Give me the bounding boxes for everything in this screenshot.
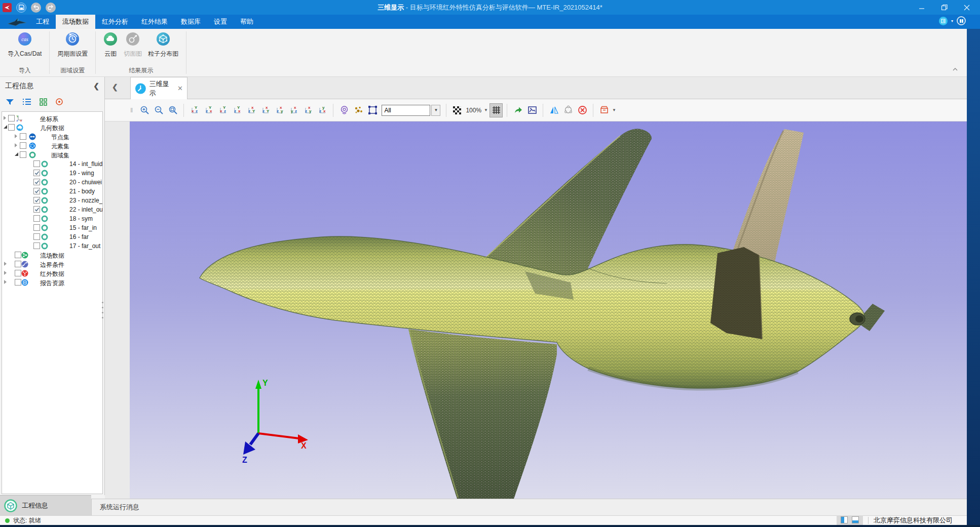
tree-row[interactable]: 22 - inlet_out xyxy=(2,205,102,214)
transparency-icon[interactable] xyxy=(450,103,464,117)
help-panel-button[interactable] xyxy=(957,16,966,25)
ribbon-button-粒子分布图[interactable]: 粒子分布图 xyxy=(145,31,181,59)
view-iso-3-button[interactable]: zyx xyxy=(301,103,315,117)
tree-row[interactable]: 面域集 xyxy=(2,150,102,159)
tree-row[interactable]: 节点集 xyxy=(2,132,102,141)
layout-left-panel-icon[interactable] xyxy=(841,516,848,525)
tree-item-label[interactable]: 报告资源 xyxy=(40,279,64,288)
zoom-fit-button[interactable] xyxy=(166,103,179,117)
tree-checkbox[interactable] xyxy=(33,233,40,240)
transparency-level-label[interactable]: 100% xyxy=(466,107,481,114)
tree-row[interactable]: 报告资源 xyxy=(2,278,102,287)
tree-item-label[interactable]: 几何数据 xyxy=(40,124,64,133)
particles-display-button[interactable] xyxy=(352,103,365,117)
tree-filter-icon[interactable] xyxy=(6,98,14,108)
tree-item-label[interactable]: 面域集 xyxy=(51,151,69,160)
undo-button[interactable] xyxy=(31,3,41,13)
tree-item-label[interactable]: 流场数据 xyxy=(40,252,64,260)
menu-item-工程[interactable]: 工程 xyxy=(29,15,56,29)
tree-row[interactable]: 18 - sym xyxy=(2,214,102,223)
tree-row[interactable]: 元素集 xyxy=(2,141,102,150)
transparency-caret-icon[interactable]: ▼ xyxy=(484,108,488,112)
tree-row[interactable]: 15 - far_in xyxy=(2,223,102,232)
tree-item-label[interactable]: 元素集 xyxy=(51,142,69,151)
box-select-button[interactable] xyxy=(366,103,379,117)
view-back-button[interactable]: zxY xyxy=(202,103,215,117)
tree-list-icon[interactable] xyxy=(22,98,31,107)
3d-viewport[interactable]: Y X Z xyxy=(130,121,967,499)
panel-collapse-icon[interactable]: ❮ xyxy=(93,82,99,90)
tree-item-label[interactable]: 19 - wing xyxy=(69,170,94,177)
export-image-button[interactable] xyxy=(525,103,539,117)
tree-expander-closed-icon[interactable] xyxy=(4,262,7,266)
smooth-surface-button[interactable] xyxy=(561,103,575,117)
tree-expander-open-icon[interactable] xyxy=(15,152,18,156)
tree-item-label[interactable]: 20 - chuiwei xyxy=(69,179,102,186)
view-bottom-button[interactable]: zYx xyxy=(259,103,272,117)
tree-grid-icon[interactable] xyxy=(40,98,47,108)
tree-checkbox[interactable] xyxy=(8,124,15,131)
tree-checkbox[interactable] xyxy=(33,206,40,213)
menu-item-设置[interactable]: 设置 xyxy=(207,15,234,29)
tree-locate-icon[interactable] xyxy=(55,98,63,108)
toolbar-grip[interactable]: ‖ xyxy=(130,106,133,114)
tree-row[interactable]: 14 - int_fluid xyxy=(2,159,102,169)
tree-item-label[interactable]: 15 - far_in xyxy=(69,224,97,231)
section-box-caret-icon[interactable]: ▼ xyxy=(612,108,616,112)
tree-item-label[interactable]: 22 - inlet_out xyxy=(69,206,103,213)
tree-checkbox[interactable] xyxy=(33,224,40,231)
tree-checkbox[interactable] xyxy=(15,279,21,286)
tree-row[interactable]: 21 - body xyxy=(2,187,102,196)
panel-splitter[interactable] xyxy=(102,302,103,318)
tree-checkbox[interactable] xyxy=(33,188,40,194)
tree-item-label[interactable]: 16 - far xyxy=(69,233,89,240)
tree-item-label[interactable]: 红外数据 xyxy=(40,270,64,278)
maximize-button[interactable] xyxy=(941,4,948,11)
ribbon-button-导入Cas/Dat[interactable]: cas导入Cas/Dat xyxy=(5,31,44,59)
menu-item-流场数据[interactable]: 流场数据 xyxy=(56,15,95,29)
tree-checkbox[interactable] xyxy=(33,197,40,204)
tree-row[interactable]: 流场数据 xyxy=(2,251,102,260)
mirror-button[interactable] xyxy=(547,103,560,117)
ribbon-button-云图[interactable]: 云图 xyxy=(101,31,120,59)
ribbon-collapse-icon[interactable] xyxy=(952,65,959,74)
tree-expander-closed-icon[interactable] xyxy=(15,134,17,138)
tree-checkbox[interactable] xyxy=(20,142,26,149)
project-info-bottom-button[interactable]: 工程信息 xyxy=(0,495,91,515)
menu-item-红外分析[interactable]: 红外分析 xyxy=(95,15,135,29)
minimize-button[interactable] xyxy=(919,5,925,11)
tree-checkbox[interactable] xyxy=(15,270,21,276)
mesh-grid-toggle[interactable] xyxy=(489,103,503,117)
tree-item-label[interactable]: 边界条件 xyxy=(40,261,64,269)
tree-checkbox[interactable] xyxy=(8,115,15,121)
tab-3d-view[interactable]: 三维显示 ✕ xyxy=(130,77,187,99)
selection-filter-combobox[interactable] xyxy=(382,105,430,116)
tree-expander-closed-icon[interactable] xyxy=(15,143,17,147)
cancel-operation-button[interactable] xyxy=(576,103,589,117)
view-iso-1-button[interactable]: zyx xyxy=(273,103,286,117)
view-iso-4-button[interactable]: zxy xyxy=(316,103,329,117)
tree-checkbox[interactable] xyxy=(20,151,26,158)
tree-checkbox[interactable] xyxy=(33,242,40,249)
apply-forward-button[interactable] xyxy=(511,103,524,117)
zoom-in-button[interactable] xyxy=(138,103,151,117)
tree-row[interactable]: 19 - wing xyxy=(2,169,102,178)
view-right-button[interactable]: zxY xyxy=(231,103,244,117)
tree-expander-closed-icon[interactable] xyxy=(4,271,7,275)
tree-checkbox[interactable] xyxy=(33,170,40,176)
tree-row[interactable]: Yzx坐标系 xyxy=(2,114,102,123)
tree-row[interactable]: 红外数据 xyxy=(2,269,102,278)
tree-checkbox[interactable] xyxy=(33,215,40,222)
tree-row[interactable]: 边界条件 xyxy=(2,260,102,269)
view-top-button[interactable]: zYx xyxy=(245,103,258,117)
tree-item-label[interactable]: 23 - nozzle_in xyxy=(69,197,103,204)
redo-button[interactable] xyxy=(46,3,56,13)
tree-item-label[interactable]: 坐标系 xyxy=(40,115,58,124)
menu-item-红外结果[interactable]: 红外结果 xyxy=(135,15,174,29)
tree-checkbox[interactable] xyxy=(20,133,26,140)
view-front-button[interactable]: xzY xyxy=(188,103,201,117)
tree-item-label[interactable]: 17 - far_out xyxy=(69,242,100,250)
tree-checkbox[interactable] xyxy=(15,252,21,258)
tree-row[interactable]: 16 - far xyxy=(2,232,102,241)
view-left-button[interactable]: xzY xyxy=(216,103,230,117)
